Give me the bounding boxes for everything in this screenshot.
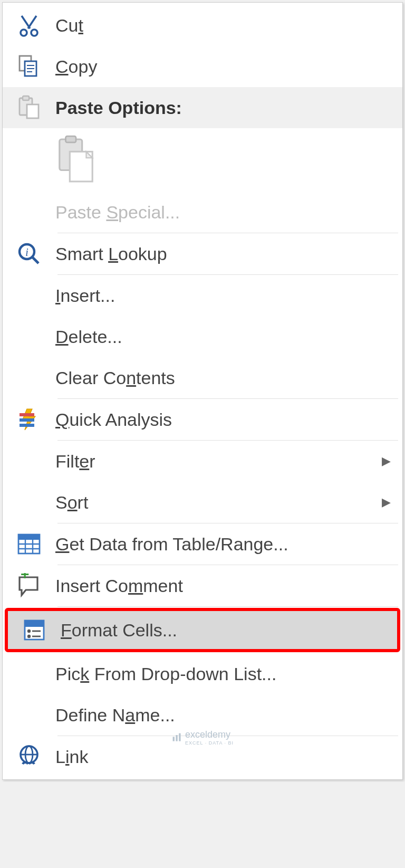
paste-icon [3, 87, 55, 128]
menu-item-filter[interactable]: Filter ▶ [3, 441, 402, 482]
delete-label: Delete... [55, 327, 396, 347]
menu-item-paste-special: Paste Special... [3, 192, 402, 233]
menu-item-clear-contents[interactable]: Clear Contents [3, 357, 402, 398]
svg-rect-36 [176, 735, 177, 741]
get-data-label: Get Data from Table/Range... [55, 534, 396, 555]
define-name-label: Define Name... [55, 705, 396, 726]
svg-rect-11 [66, 136, 76, 142]
link-icon [3, 736, 55, 777]
menu-item-format-cells[interactable]: Format Cells... [5, 608, 400, 652]
copy-icon [3, 46, 55, 87]
copy-label: Copy [55, 56, 396, 77]
smart-lookup-icon: i [3, 233, 55, 274]
sort-label: Sort [55, 492, 382, 513]
menu-item-paste-options-header: Paste Options: [3, 87, 402, 128]
menu-item-insert[interactable]: Insert... [3, 275, 402, 316]
submenu-arrow-icon: ▶ [382, 454, 391, 468]
svg-rect-20 [18, 535, 40, 540]
svg-text:+: + [21, 573, 29, 583]
menu-item-smart-lookup[interactable]: i Smart Lookup [3, 233, 402, 274]
menu-item-quick-analysis[interactable]: Quick Analysis [3, 399, 402, 440]
cut-icon [3, 5, 55, 46]
svg-rect-35 [173, 737, 175, 741]
paste-special-label: Paste Special... [55, 202, 396, 223]
insert-label: Insert... [55, 285, 396, 306]
svg-rect-9 [27, 104, 38, 118]
quick-analysis-icon [3, 399, 55, 440]
format-cells-label: Format Cells... [61, 620, 391, 641]
pick-from-list-label: Pick From Drop-down List... [55, 664, 396, 684]
smart-lookup-label: Smart Lookup [55, 244, 396, 264]
svg-rect-18 [20, 424, 34, 427]
context-menu: Cut Copy Paste Options: Paste Special...… [2, 2, 403, 780]
table-icon [3, 523, 55, 565]
svg-point-0 [21, 30, 27, 36]
svg-rect-16 [20, 413, 34, 416]
insert-comment-label: Insert Comment [55, 576, 396, 596]
comment-icon: + [3, 565, 55, 606]
link-label: Link [55, 747, 396, 767]
svg-text:i: i [25, 246, 28, 258]
menu-item-copy[interactable]: Copy [3, 46, 402, 87]
paste-options-label: Paste Options: [55, 98, 396, 118]
quick-analysis-label: Quick Analysis [55, 409, 396, 430]
filter-label: Filter [55, 451, 382, 472]
menu-item-cut[interactable]: Cut [3, 5, 402, 46]
submenu-arrow-icon: ▶ [382, 495, 391, 509]
menu-item-delete[interactable]: Delete... [3, 316, 402, 357]
menu-item-insert-comment[interactable]: + Insert Comment [3, 565, 402, 606]
svg-point-28 [27, 629, 31, 633]
separator [57, 606, 398, 607]
svg-rect-27 [25, 621, 44, 627]
svg-point-1 [31, 30, 37, 36]
clear-contents-label: Clear Contents [55, 368, 396, 388]
format-cells-icon [8, 611, 61, 649]
menu-item-define-name[interactable]: Define Name... [3, 694, 402, 736]
menu-item-get-data[interactable]: Get Data from Table/Range... [3, 523, 402, 565]
menu-item-sort[interactable]: Sort ▶ [3, 482, 402, 523]
menu-item-link[interactable]: Link exceldemy EXCEL · DATA · BI [3, 736, 402, 777]
svg-point-30 [27, 635, 31, 638]
paste-options-row [3, 128, 402, 192]
svg-line-14 [32, 257, 38, 263]
svg-rect-8 [23, 96, 29, 100]
menu-item-pick-from-list[interactable]: Pick From Drop-down List... [3, 653, 402, 694]
svg-rect-17 [20, 418, 34, 422]
paste-option-default[interactable] [55, 135, 97, 185]
cut-label: Cut [55, 15, 396, 36]
